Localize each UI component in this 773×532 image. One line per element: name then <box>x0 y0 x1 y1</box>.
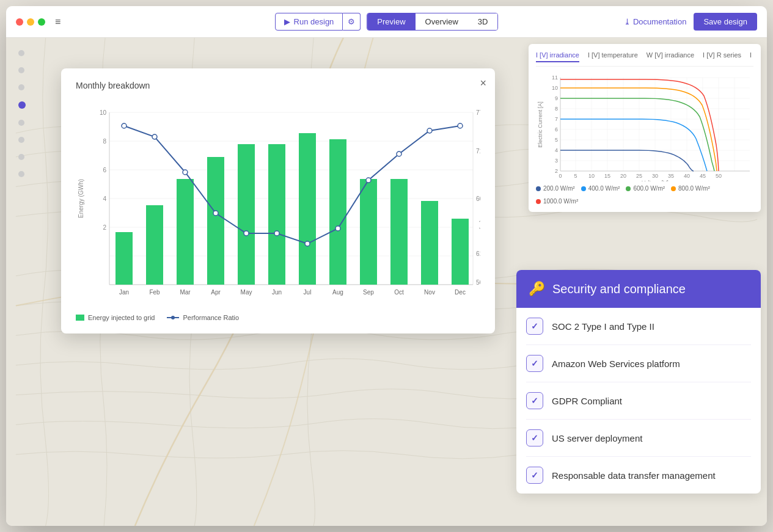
nav-dot-7[interactable] <box>18 154 24 160</box>
svg-text:11: 11 <box>552 75 558 81</box>
security-item-soc2: ✓ SOC 2 Type I and Type II <box>526 308 751 345</box>
svg-text:Apr: Apr <box>211 289 221 296</box>
bar-jan <box>115 232 133 285</box>
legend-label-200: 200.0 W/m² <box>543 185 575 192</box>
checkbox-gdpr: ✓ <box>526 392 543 409</box>
svg-text:Dec: Dec <box>455 289 466 296</box>
label-soc2: SOC 2 Type I and Type II <box>552 321 654 332</box>
legend-dot-400 <box>581 186 586 191</box>
title-bar: ≡ ▶ Run design ⚙ Preview Overview 3D ⤓ D… <box>6 6 767 38</box>
legend-performance: Performance Ratio <box>167 314 239 321</box>
svg-text:45: 45 <box>700 173 706 179</box>
minimize-button[interactable] <box>27 18 34 26</box>
legend-bar-energy <box>76 315 84 321</box>
line-point-apr <box>213 211 218 216</box>
iv-curve-panel: I [V] irradiance I [V] temperature W [V]… <box>529 44 761 212</box>
iv-tab-irradiance[interactable]: I [V] irradiance <box>536 51 579 62</box>
tab-3d[interactable]: 3D <box>468 13 498 30</box>
iv-tab-r-shunt[interactable]: I [V] R shunt <box>750 51 753 62</box>
svg-text:30: 30 <box>652 173 658 179</box>
svg-text:71: 71 <box>476 148 480 155</box>
checkmark-data-transfer: ✓ <box>531 470 538 480</box>
save-design-button[interactable]: Save design <box>694 13 757 31</box>
line-point-dec <box>458 123 463 128</box>
bar-mar <box>177 179 194 285</box>
svg-text:8: 8 <box>555 106 558 112</box>
svg-text:Nov: Nov <box>424 289 435 296</box>
iv-tab-r-series[interactable]: I [V] R series <box>703 51 741 62</box>
svg-text:9: 9 <box>555 95 558 101</box>
line-point-nov <box>427 128 432 133</box>
run-settings-button[interactable]: ⚙ <box>343 13 361 31</box>
nav-dot-8[interactable] <box>18 171 24 177</box>
bar-aug <box>329 139 346 285</box>
window-buttons <box>16 18 45 26</box>
legend-dot-200 <box>536 186 541 191</box>
legend-label-1000: 1000.0 W/m² <box>543 198 578 205</box>
nav-dot-3[interactable] <box>18 84 24 90</box>
svg-text:61: 61 <box>476 250 480 257</box>
center-controls: ▶ Run design ⚙ Preview Overview 3D <box>275 13 499 31</box>
svg-text:15: 15 <box>604 173 610 179</box>
modal-close-button[interactable]: × <box>480 77 486 90</box>
legend-label-400: 400.0 W/m² <box>588 185 620 192</box>
svg-text:10: 10 <box>552 85 558 91</box>
label-aws: Amazon Web Services platform <box>552 359 680 369</box>
run-design-button[interactable]: ▶ Run design <box>275 13 343 31</box>
legend-dot-1000 <box>536 199 541 204</box>
security-title: Security and compliance <box>552 282 686 296</box>
line-point-sep <box>366 178 371 183</box>
nav-dot-6[interactable] <box>18 137 24 143</box>
iv-tab-w-irradiance[interactable]: W [V] irradiance <box>647 51 694 62</box>
legend-energy: Energy injected to grid <box>76 314 155 321</box>
bar-jun <box>268 144 285 285</box>
svg-text:6: 6 <box>103 167 106 173</box>
security-item-data-transfer: ✓ Responsable data transfer management <box>526 457 751 494</box>
svg-text:Jul: Jul <box>304 289 312 296</box>
line-point-jan <box>122 123 126 128</box>
line-point-may <box>244 231 249 236</box>
line-point-jul <box>305 241 310 246</box>
security-header: 🔑 Security and compliance <box>516 270 761 308</box>
svg-text:10: 10 <box>100 109 107 116</box>
main-content: 856 m 850 m I [V] irradiance I [V] tempe… <box>6 38 767 526</box>
svg-text:4: 4 <box>555 147 558 153</box>
nav-dot-5[interactable] <box>18 120 24 126</box>
performance-ratio-line <box>124 126 460 244</box>
checkbox-soc2: ✓ <box>526 318 543 335</box>
security-item-gdpr: ✓ GDPR Compliant <box>526 382 751 420</box>
checkmark-soc2: ✓ <box>531 321 538 331</box>
documentation-link[interactable]: ⤓ Documentation <box>624 17 686 26</box>
svg-text:Jun: Jun <box>272 289 282 296</box>
menu-icon[interactable]: ≡ <box>55 16 60 27</box>
tab-preview[interactable]: Preview <box>367 13 415 30</box>
svg-text:50: 50 <box>716 173 722 179</box>
iv-tab-temperature[interactable]: I [V] temperature <box>588 51 638 62</box>
iv-tabs: I [V] irradiance I [V] temperature W [V]… <box>536 51 753 67</box>
documentation-label: Documentation <box>633 17 686 26</box>
line-point-aug <box>335 226 340 231</box>
svg-text:Voltage [V]: Voltage [V] <box>642 180 669 181</box>
checkmark-aws: ✓ <box>531 359 538 368</box>
svg-text:3: 3 <box>555 158 558 164</box>
svg-text:Oct: Oct <box>394 289 404 296</box>
svg-text:6: 6 <box>555 126 558 133</box>
label-gdpr: GDPR Compliant <box>552 396 622 406</box>
right-controls: ⤓ Documentation Save design <box>624 13 757 31</box>
tab-overview[interactable]: Overview <box>416 13 468 30</box>
svg-text:May: May <box>241 289 252 296</box>
line-point-oct <box>397 151 401 156</box>
svg-text:Electric Current [A]: Electric Current [A] <box>537 101 543 148</box>
legend-label-800: 800.0 W/m² <box>678 185 710 192</box>
svg-text:Aug: Aug <box>332 289 343 296</box>
nav-dot-2[interactable] <box>18 67 24 73</box>
svg-text:25: 25 <box>636 173 642 179</box>
nav-dot-4-active[interactable] <box>18 101 26 109</box>
nav-dot-1[interactable] <box>18 50 24 56</box>
maximize-button[interactable] <box>38 18 45 26</box>
svg-text:2: 2 <box>555 168 558 174</box>
close-button[interactable] <box>16 18 23 26</box>
modal-title: Monthly breakdown <box>76 81 480 90</box>
view-tabs: Preview Overview 3D <box>367 13 498 31</box>
svg-text:20: 20 <box>620 173 626 179</box>
